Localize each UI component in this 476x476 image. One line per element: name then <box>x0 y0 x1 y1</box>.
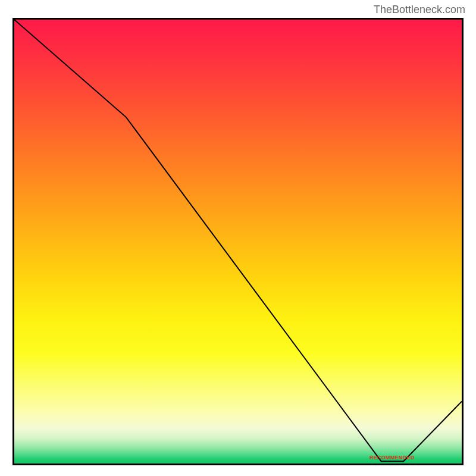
chart-line-svg <box>14 20 462 464</box>
chart-plot-area: RECOMMENDED <box>12 18 464 465</box>
watermark-text: TheBottleneck.com <box>374 4 465 16</box>
data-line-path <box>14 20 462 461</box>
recommended-annotation: RECOMMENDED <box>369 455 415 461</box>
chart-container: TheBottleneck.com RECOMMENDED <box>0 0 476 476</box>
